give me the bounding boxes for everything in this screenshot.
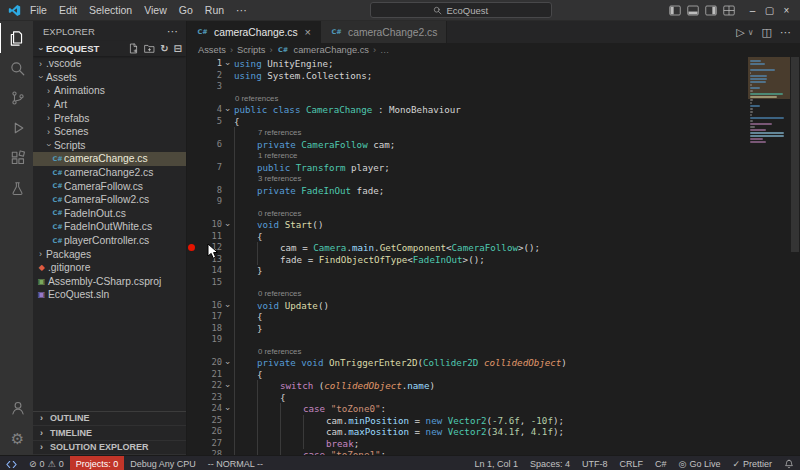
go-live[interactable]: ◎Go Live xyxy=(673,456,727,470)
code-line-2[interactable]: 2using System.Collections; xyxy=(187,70,748,82)
close-icon[interactable]: × xyxy=(305,26,311,38)
tree-item-camerachange.cs[interactable]: C#cameraChange.cs xyxy=(33,152,186,166)
cursor-position[interactable]: Ln 1, Col 1 xyxy=(468,456,524,470)
close-button[interactable]: × xyxy=(780,5,793,16)
breadcrumb-item[interactable]: … xyxy=(380,45,389,55)
code-line-10[interactable]: 10›void Start() xyxy=(187,219,748,231)
menu-run[interactable]: Run xyxy=(199,4,230,16)
more-actions-button[interactable]: ⋯ xyxy=(780,26,791,39)
tree-item-fadeinoutwhite.cs[interactable]: C#FadeInOutWhite.cs xyxy=(33,220,186,234)
tree-item-art[interactable]: ›Art xyxy=(33,98,186,112)
codelens-row[interactable]: 3 references xyxy=(187,173,748,185)
language-mode[interactable]: C# xyxy=(649,456,673,470)
project-section-header[interactable]: › ECOQUEST ↻⊟ xyxy=(33,41,186,56)
fold-chevron-icon[interactable]: › xyxy=(222,357,234,369)
code-line-26[interactable]: 26cam.maxPosition = new Vector2(34.1f, 4… xyxy=(187,426,748,438)
codelens-label[interactable]: 3 references xyxy=(257,173,301,185)
menu-go[interactable]: Go xyxy=(173,4,199,16)
codelens-row[interactable]: 0 references xyxy=(187,93,748,105)
breakpoint-dot[interactable] xyxy=(188,244,195,251)
layout-sidebar-icon[interactable] xyxy=(669,5,681,16)
collapse-all-icon[interactable]: ⊟ xyxy=(174,43,182,54)
indentation[interactable]: Spaces: 4 xyxy=(524,456,576,470)
prettier[interactable]: ✓Prettier xyxy=(726,456,778,470)
code-line-15[interactable]: 15 xyxy=(187,277,748,289)
code-line-14[interactable]: 14} xyxy=(187,265,748,277)
section-timeline[interactable]: ›TIMELINE xyxy=(33,426,186,441)
tree-item-scenes[interactable]: ›Scenes xyxy=(33,125,186,139)
code-line-13[interactable]: 13fade = FindObjectOfType<FadeInOut>(); xyxy=(187,254,748,266)
codelens-label[interactable]: 0 references xyxy=(257,208,301,220)
views-more-actions-icon[interactable]: ⋯ xyxy=(167,25,178,38)
codelens-row[interactable]: 0 references xyxy=(187,288,748,300)
activity-run-debug-icon[interactable] xyxy=(0,113,34,143)
codelens-label[interactable]: 0 references xyxy=(257,346,301,358)
activity-explorer-icon[interactable] xyxy=(0,23,34,53)
tab-cameraChange.cs[interactable]: C#cameraChange.cs× xyxy=(187,21,321,43)
remote-indicator[interactable] xyxy=(0,456,23,470)
breadcrumb-item[interactable]: cameraChange.cs xyxy=(294,45,369,55)
code-line-23[interactable]: 23{ xyxy=(187,392,748,404)
code-line-8[interactable]: 8private FadeInOut fade; xyxy=(187,185,748,197)
codelens-row[interactable]: 7 references xyxy=(187,127,748,139)
section-solution-explorer[interactable]: ›SOLUTION EXPLORER xyxy=(33,441,186,456)
breakpoint-gutter[interactable] xyxy=(187,244,196,251)
code-line-6[interactable]: 6private CameraFollow cam; xyxy=(187,139,748,151)
new-file-icon[interactable] xyxy=(128,43,139,54)
dropdown-caret-icon[interactable]: ∨ xyxy=(748,28,754,37)
menu-file[interactable]: File xyxy=(24,4,53,16)
fold-chevron-icon[interactable]: › xyxy=(222,403,234,415)
code-line-19[interactable]: 19 xyxy=(187,334,748,346)
tree-item-assembly-csharp.csproj[interactable]: ▣Assembly-CSharp.csproj xyxy=(33,275,186,289)
codelens-row[interactable]: 0 references xyxy=(187,208,748,220)
code-line-9[interactable]: 9 xyxy=(187,196,748,208)
breadcrumb-item[interactable]: Assets xyxy=(198,45,226,55)
menu-view[interactable]: View xyxy=(138,4,173,16)
tree-item-camerafollow2.cs[interactable]: C#CameraFollow2.cs xyxy=(33,193,186,207)
tree-item-.vscode[interactable]: ›.vscode xyxy=(33,57,186,71)
new-folder-icon[interactable] xyxy=(144,43,155,54)
section-outline[interactable]: ›OUTLINE xyxy=(33,412,186,427)
code-line-11[interactable]: 11{ xyxy=(187,231,748,243)
tree-item-prefabs[interactable]: ›Prefabs xyxy=(33,111,186,125)
tree-item-playercontroller.cs[interactable]: C#playerController.cs xyxy=(33,234,186,248)
code-line-25[interactable]: 25cam.minPosition = new Vector2(-7.6f, -… xyxy=(187,415,748,427)
codelens-label[interactable]: 7 references xyxy=(257,127,301,139)
menu-more[interactable]: ⋯ xyxy=(230,4,253,16)
code-line-3[interactable]: 3 xyxy=(187,81,748,93)
menu-selection[interactable]: Selection xyxy=(83,4,138,16)
tree-item-scripts[interactable]: ›Scripts xyxy=(33,139,186,153)
activity-search-icon[interactable] xyxy=(0,53,34,83)
build-config[interactable]: Debug Any CPU xyxy=(124,456,202,470)
layout-secondary-icon[interactable] xyxy=(705,5,717,16)
eol[interactable]: CRLF xyxy=(614,456,650,470)
tree-item-.gitignore[interactable]: ◆.gitignore xyxy=(33,261,186,275)
code-line-22[interactable]: 22›switch (collidedObject.name) xyxy=(187,380,748,392)
activity-settings-icon[interactable]: ⚙ xyxy=(0,423,34,453)
tree-item-assets[interactable]: ›Assets xyxy=(33,71,186,85)
refresh-icon[interactable]: ↻ xyxy=(160,43,168,54)
codelens-row[interactable]: 0 references xyxy=(187,346,748,358)
activity-extensions-icon[interactable] xyxy=(0,143,34,173)
tree-item-camerachange2.cs[interactable]: C#cameraChange2.cs xyxy=(33,166,186,180)
tree-item-ecoquest.sln[interactable]: ▣EcoQuest.sln xyxy=(33,288,186,302)
encoding[interactable]: UTF-8 xyxy=(576,456,614,470)
notifications[interactable] xyxy=(778,456,800,470)
code-line-18[interactable]: 18} xyxy=(187,323,748,335)
problems[interactable]: ⊘0⚠0 xyxy=(23,456,70,470)
fold-chevron-icon[interactable]: › xyxy=(222,380,234,392)
code-line-1[interactable]: 1›using UnityEngine; xyxy=(187,58,748,70)
fold-chevron-icon[interactable]: › xyxy=(222,58,234,70)
projects-badge[interactable]: Projects: 0 xyxy=(70,456,125,470)
code-line-4[interactable]: 4›public class CameraChange : MonoBehavi… xyxy=(187,104,748,116)
editor-scrollbar[interactable] xyxy=(790,57,800,455)
code-line-20[interactable]: 20›private void OnTriggerEnter2D(Collide… xyxy=(187,357,748,369)
breadcrumb-item[interactable]: Scripts xyxy=(237,45,265,55)
run-button[interactable]: ▷ xyxy=(736,26,744,39)
code-area[interactable]: 1›using UnityEngine;2using System.Collec… xyxy=(187,57,748,455)
split-editor-button[interactable]: ◫ xyxy=(762,26,772,39)
vim-mode[interactable]: -- NORMAL -- xyxy=(202,456,269,470)
code-line-21[interactable]: 21{ xyxy=(187,369,748,381)
activity-testing-icon[interactable] xyxy=(0,173,34,203)
fold-chevron-icon[interactable]: › xyxy=(222,300,234,312)
